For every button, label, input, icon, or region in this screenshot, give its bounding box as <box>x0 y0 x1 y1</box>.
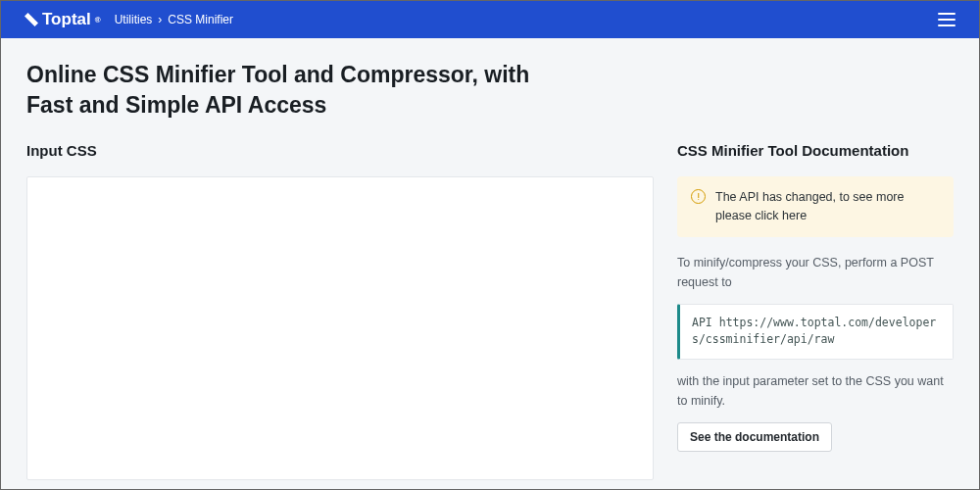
toptal-icon <box>24 13 38 26</box>
api-change-notice: The API has changed, to see more please … <box>677 176 954 237</box>
docs-heading: CSS Minifier Tool Documentation <box>677 142 954 159</box>
api-url: https://www.toptal.com/developers/cssmin… <box>692 316 936 347</box>
page-title: Online CSS Minifier Tool and Compressor,… <box>26 60 575 121</box>
brand-suffix: ® <box>95 16 101 24</box>
columns: Input CSS CSS Minifier Tool Documentatio… <box>26 142 954 480</box>
top-bar: Toptal® Utilities › CSS Minifier <box>1 1 979 38</box>
css-input[interactable] <box>26 176 654 480</box>
see-documentation-button[interactable]: See the documentation <box>677 422 832 452</box>
api-endpoint: API https://www.toptal.com/developers/cs… <box>677 304 954 361</box>
notice-link[interactable]: here <box>782 209 807 222</box>
notice-text: The API has changed, to see more please … <box>715 188 940 225</box>
topbar-left: Toptal® Utilities › CSS Minifier <box>24 10 233 29</box>
input-heading: Input CSS <box>26 142 654 159</box>
docs-column: CSS Minifier Tool Documentation The API … <box>677 142 954 480</box>
crumb-current[interactable]: CSS Minifier <box>168 13 233 26</box>
page-body: Online CSS Minifier Tool and Compressor,… <box>1 38 979 490</box>
menu-icon[interactable] <box>938 13 956 26</box>
warning-icon <box>691 189 706 204</box>
crumb-utilities[interactable]: Utilities <box>115 13 153 26</box>
crumb-separator: › <box>158 13 162 26</box>
docs-para-2: with the input parameter set to the CSS … <box>677 371 954 411</box>
input-column: Input CSS <box>26 142 654 480</box>
docs-para-1: To minify/compress your CSS, perform a P… <box>677 253 954 292</box>
brand-name: Toptal <box>42 10 91 29</box>
brand-logo[interactable]: Toptal® <box>24 10 101 29</box>
breadcrumb: Utilities › CSS Minifier <box>115 13 233 26</box>
